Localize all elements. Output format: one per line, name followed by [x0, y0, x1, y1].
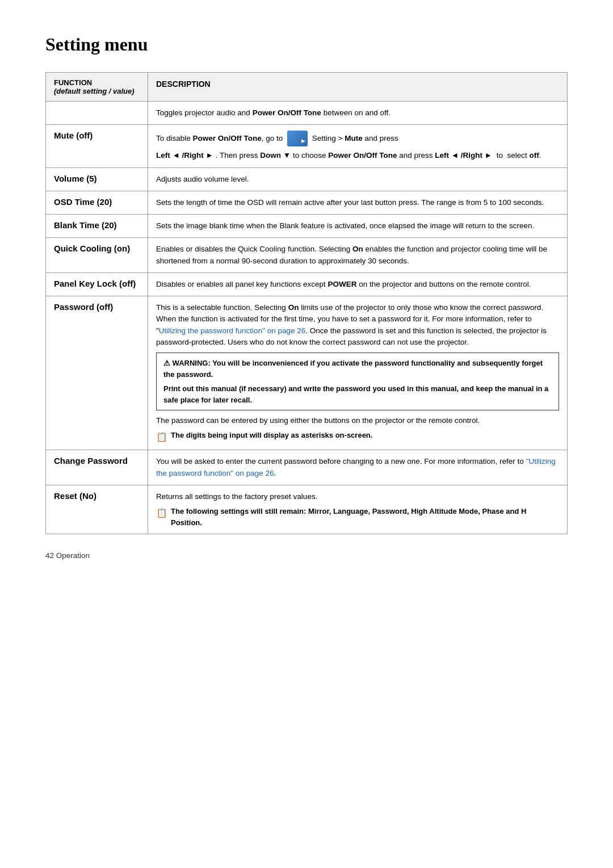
footer: 42 Operation	[45, 551, 568, 560]
table-row-change-password: Change Password You will be asked to ent…	[46, 450, 568, 485]
desc-cell-toggles: Toggles projector audio and Power On/Off…	[148, 102, 568, 125]
setting-icon	[287, 131, 308, 146]
func-cell-panel-key: Panel Key Lock (off)	[46, 272, 148, 296]
col2-header: DESCRIPTION	[148, 73, 568, 102]
desc-cell-mute: To disable Power On/Off Tone, go to Sett…	[148, 125, 568, 167]
table-row-password: Password (off) This is a selectable func…	[46, 296, 568, 450]
col1-header: FUNCTION (default setting / value)	[46, 73, 148, 102]
func-cell-quick-cooling: Quick Cooling (on)	[46, 238, 148, 273]
note-icon-reset: 📋	[156, 506, 167, 520]
func-cell-volume: Volume (5)	[46, 167, 148, 191]
func-cell-blank: Blank Time (20)	[46, 215, 148, 238]
note-digits: 📋 The digits being input will display as…	[156, 430, 559, 444]
desc-cell-blank: Sets the image blank time when the Blank…	[148, 215, 568, 238]
func-cell-password: Password (off)	[46, 296, 148, 450]
password-link-1[interactable]: Utilizing the password function" on page…	[159, 326, 305, 335]
table-row-reset: Reset (No) Returns all settings to the f…	[46, 485, 568, 534]
table-row-volume: Volume (5) Adjusts audio volume level.	[46, 167, 568, 191]
desc-cell-quick-cooling: Enables or disables the Quick Cooling fu…	[148, 238, 568, 273]
table-row-mute: Mute (off) To disable Power On/Off Tone,…	[46, 125, 568, 167]
table-row-blank: Blank Time (20) Sets the image blank tim…	[46, 215, 568, 238]
func-cell-mute: Mute (off)	[46, 125, 148, 167]
setting-menu-table: FUNCTION (default setting / value) DESCR…	[45, 72, 568, 534]
table-row-quick-cooling: Quick Cooling (on) Enables or disables t…	[46, 238, 568, 273]
note-icon: 📋	[156, 430, 167, 444]
table-row-panel-key: Panel Key Lock (off) Disables or enables…	[46, 272, 568, 296]
warning-box: ⚠ WARNING: You will be inconvenienced if…	[156, 353, 559, 410]
password-link-2[interactable]: "Utilizing the password function" on pag…	[156, 457, 556, 477]
desc-cell-change-password: You will be asked to enter the current p…	[148, 450, 568, 485]
desc-cell-panel-key: Disables or enables all panel key functi…	[148, 272, 568, 296]
page-title: Setting menu	[45, 34, 568, 55]
desc-cell-reset: Returns all settings to the factory pres…	[148, 485, 568, 534]
func-cell-toggles	[46, 102, 148, 125]
note-reset: 📋 The following settings will still rema…	[156, 506, 559, 528]
table-row-osd: OSD Time (20) Sets the length of time th…	[46, 191, 568, 214]
func-cell-change-password: Change Password	[46, 450, 148, 485]
desc-cell-volume: Adjusts audio volume level.	[148, 167, 568, 191]
table-row: Toggles projector audio and Power On/Off…	[46, 102, 568, 125]
desc-cell-osd: Sets the length of time the OSD will rem…	[148, 191, 568, 214]
desc-cell-password: This is a selectable function. Selecting…	[148, 296, 568, 450]
func-cell-osd: OSD Time (20)	[46, 191, 148, 214]
func-cell-reset: Reset (No)	[46, 485, 148, 534]
